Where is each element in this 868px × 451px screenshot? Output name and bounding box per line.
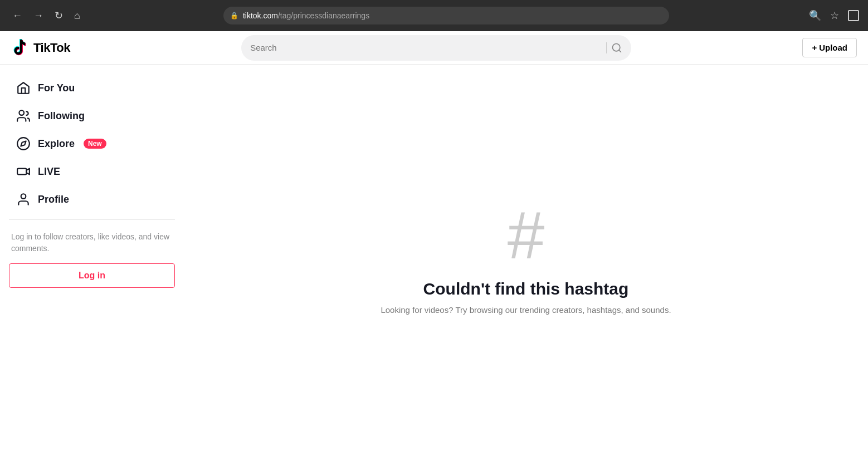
live-icon bbox=[16, 164, 31, 179]
svg-point-7 bbox=[21, 194, 26, 199]
zoom-icon[interactable]: 🔍 bbox=[809, 9, 821, 22]
svg-rect-5 bbox=[17, 169, 26, 175]
browser-right-icons: 🔍 ☆ bbox=[809, 9, 859, 22]
svg-point-2 bbox=[19, 110, 24, 115]
sidebar-item-profile[interactable]: Profile bbox=[4, 186, 179, 213]
upload-button[interactable]: + Upload bbox=[802, 38, 857, 57]
sidebar-item-for-you[interactable]: For You bbox=[4, 75, 179, 101]
url-display: tiktok.com/tag/princessdianaearrings bbox=[243, 11, 662, 20]
app-body: For You Following bbox=[0, 65, 868, 451]
sidebar: For You Following bbox=[0, 65, 184, 451]
sidebar-following-label: Following bbox=[38, 110, 85, 122]
app-container: TikTok + Upload bbox=[0, 31, 868, 451]
sidebar-live-label: LIVE bbox=[38, 166, 60, 178]
tiktok-logo-icon bbox=[11, 38, 31, 58]
browser-chrome: ← → ↻ ⌂ 🔒 tiktok.com/tag/princessdianaea… bbox=[0, 0, 868, 31]
upload-plus: + bbox=[812, 43, 817, 52]
tiktok-logo[interactable]: TikTok bbox=[11, 38, 70, 58]
window-icon[interactable] bbox=[848, 10, 859, 21]
app-header: TikTok + Upload bbox=[0, 31, 868, 65]
search-bar-container bbox=[241, 35, 631, 61]
people-icon bbox=[16, 108, 31, 124]
bookmark-icon[interactable]: ☆ bbox=[830, 9, 839, 22]
back-button[interactable]: ← bbox=[9, 8, 26, 24]
not-found-subtitle: Looking for videos? Try browsing our tre… bbox=[381, 305, 671, 315]
logo-text: TikTok bbox=[33, 41, 70, 55]
home-icon bbox=[16, 80, 31, 96]
sidebar-divider bbox=[9, 219, 175, 220]
search-bar bbox=[241, 35, 631, 61]
svg-line-1 bbox=[619, 50, 621, 52]
url-path: /tag/princessdianaearrings bbox=[278, 11, 369, 20]
forward-button[interactable]: → bbox=[30, 8, 47, 24]
hashtag-icon: # bbox=[508, 202, 545, 268]
login-prompt-text: Log in to follow creators, like videos, … bbox=[0, 227, 184, 263]
svg-point-3 bbox=[17, 138, 30, 150]
sidebar-explore-label: Explore bbox=[38, 138, 75, 150]
address-bar[interactable]: 🔒 tiktok.com/tag/princessdianaearrings bbox=[223, 7, 669, 24]
not-found-title: Couldn't find this hashtag bbox=[423, 280, 629, 298]
reload-button[interactable]: ↻ bbox=[51, 7, 66, 24]
compass-icon bbox=[16, 136, 31, 151]
lock-icon: 🔒 bbox=[230, 12, 238, 19]
login-button[interactable]: Log in bbox=[9, 263, 175, 288]
search-button[interactable] bbox=[611, 42, 622, 53]
sidebar-profile-label: Profile bbox=[38, 194, 69, 205]
sidebar-item-live[interactable]: LIVE bbox=[4, 158, 179, 185]
home-button[interactable]: ⌂ bbox=[71, 8, 84, 24]
browser-nav-buttons: ← → ↻ ⌂ bbox=[9, 7, 84, 24]
url-base: tiktok.com bbox=[243, 11, 278, 20]
sidebar-for-you-label: For You bbox=[38, 82, 75, 94]
person-icon bbox=[16, 192, 31, 207]
sidebar-item-following[interactable]: Following bbox=[4, 102, 179, 129]
search-icon bbox=[611, 42, 622, 53]
explore-new-badge: New bbox=[84, 139, 106, 149]
search-input[interactable] bbox=[250, 43, 602, 52]
svg-marker-6 bbox=[26, 169, 29, 175]
search-divider bbox=[606, 42, 607, 53]
sidebar-item-explore[interactable]: Explore New bbox=[4, 130, 179, 157]
main-content: # Couldn't find this hashtag Looking for… bbox=[184, 65, 868, 451]
svg-marker-4 bbox=[21, 141, 26, 146]
upload-label: Upload bbox=[819, 43, 847, 52]
